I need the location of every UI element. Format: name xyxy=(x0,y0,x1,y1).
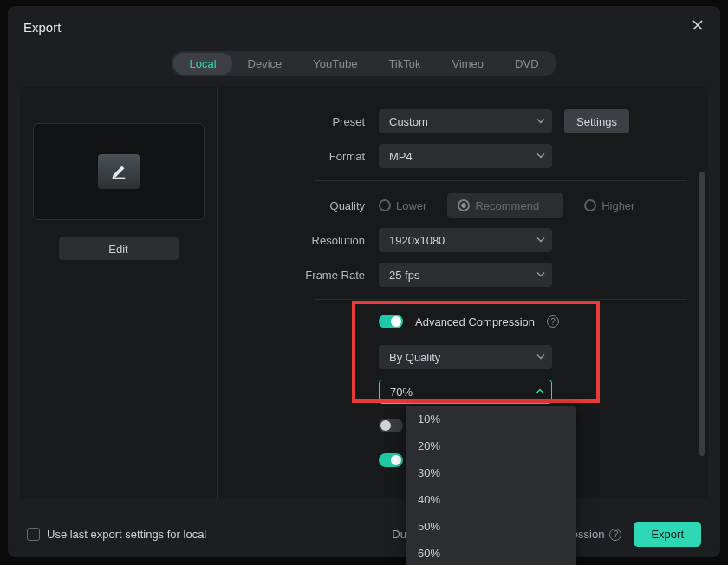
main-panel: Edit Preset Custom Settings Format MP4 xyxy=(20,87,708,499)
divider xyxy=(315,180,687,181)
compression-mode-value: By Quality xyxy=(389,351,440,364)
chevron-up-icon xyxy=(536,386,544,399)
settings-button[interactable]: Settings xyxy=(564,109,629,133)
preset-label: Preset xyxy=(218,115,379,128)
quality-lower[interactable]: Lower xyxy=(379,199,426,212)
tab-device[interactable]: Device xyxy=(232,53,298,75)
framerate-select[interactable]: 25 fps xyxy=(379,263,552,287)
tab-local[interactable]: Local xyxy=(173,53,231,75)
scrollbar[interactable] xyxy=(699,172,705,456)
opt-10[interactable]: 10% xyxy=(406,406,576,432)
tab-vimeo[interactable]: Vimeo xyxy=(436,53,499,75)
export-tabs: Local Device YouTube TikTok Vimeo DVD xyxy=(8,42,720,81)
export-button[interactable]: Export xyxy=(634,522,701,547)
compression-mode-select[interactable]: By Quality xyxy=(379,345,552,369)
format-value: MP4 xyxy=(389,150,413,163)
help-icon[interactable]: ? xyxy=(609,529,621,541)
opt-50[interactable]: 50% xyxy=(406,513,576,540)
advanced-compression-toggle[interactable] xyxy=(379,315,403,328)
advanced-compression-label: Advanced Compression xyxy=(415,315,535,328)
chevron-down-icon xyxy=(536,351,545,364)
framerate-value: 25 fps xyxy=(389,269,419,282)
tab-dvd[interactable]: DVD xyxy=(499,53,554,75)
checkbox-icon xyxy=(27,528,40,541)
quality-radios: Lower Recommend Higher xyxy=(379,193,634,218)
resolution-label: Resolution xyxy=(218,234,379,247)
quality-label: Quality xyxy=(218,199,379,212)
preset-select[interactable]: Custom xyxy=(379,109,552,133)
preview-pane: Edit xyxy=(20,87,218,499)
tab-tiktok[interactable]: TikTok xyxy=(373,53,436,75)
quality-recommend[interactable]: Recommend xyxy=(447,193,563,218)
preset-value: Custom xyxy=(389,115,428,128)
chevron-down-icon xyxy=(536,150,545,163)
tab-group: Local Device YouTube TikTok Vimeo DVD xyxy=(172,51,556,76)
dialog-title: Export xyxy=(23,20,61,35)
chevron-down-icon xyxy=(536,269,545,282)
opt-20[interactable]: 20% xyxy=(406,432,576,459)
video-preview xyxy=(33,123,205,220)
titlebar: Export xyxy=(8,6,720,42)
opt-30[interactable]: 30% xyxy=(406,459,576,486)
close-icon[interactable] xyxy=(691,18,705,36)
opt-60[interactable]: 60% xyxy=(406,540,576,565)
format-select[interactable]: MP4 xyxy=(379,144,552,168)
use-last-label: Use last export settings for local xyxy=(47,528,206,541)
export-dialog: Export Local Device YouTube TikTok Vimeo… xyxy=(8,6,720,557)
divider xyxy=(315,299,687,300)
edit-pencil-icon xyxy=(98,154,140,189)
framerate-label: Frame Rate xyxy=(218,269,379,282)
resolution-value: 1920x1080 xyxy=(389,234,445,247)
format-label: Format xyxy=(218,150,379,163)
compression-level-value: 70% xyxy=(390,386,413,399)
extra-toggle-2[interactable] xyxy=(379,453,403,467)
use-last-settings-checkbox[interactable]: Use last export settings for local xyxy=(27,528,206,541)
help-icon[interactable]: ? xyxy=(547,315,559,328)
extra-toggle-1[interactable] xyxy=(379,419,403,432)
tab-youtube[interactable]: YouTube xyxy=(297,53,373,75)
opt-40[interactable]: 40% xyxy=(406,486,576,513)
chevron-down-icon xyxy=(536,115,545,128)
quality-higher[interactable]: Higher xyxy=(584,199,634,212)
compression-level-dropdown[interactable]: 10% 20% 30% 40% 50% 60% xyxy=(406,406,576,565)
resolution-select[interactable]: 1920x1080 xyxy=(379,228,552,252)
chevron-down-icon xyxy=(536,234,545,247)
edit-button[interactable]: Edit xyxy=(59,237,179,260)
footer: Use last export settings for local Durat… xyxy=(8,511,720,557)
compression-level-select[interactable]: 70% xyxy=(379,380,552,404)
